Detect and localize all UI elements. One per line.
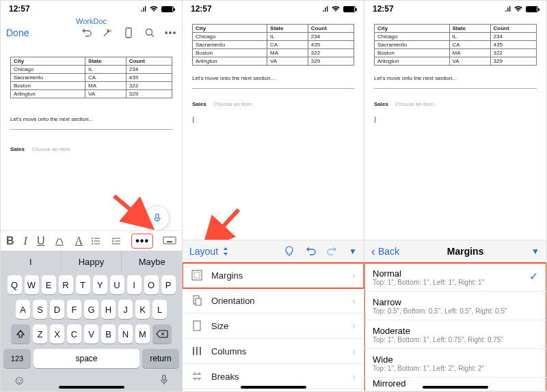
col-city[interactable]: City [11, 57, 85, 66]
emoji-key[interactable]: ☺ [13, 374, 25, 388]
key[interactable]: D [50, 300, 64, 319]
redo-button[interactable] [327, 247, 338, 256]
sales-line[interactable]: Sales Choose an item. [374, 101, 537, 107]
dictation-button[interactable] [145, 206, 170, 230]
undo-button[interactable] [305, 247, 316, 256]
paragraph-text[interactable]: Let's move onto the next section... [374, 75, 537, 81]
key[interactable]: Y [93, 275, 107, 294]
key[interactable]: X [50, 324, 64, 344]
chevron-right-icon: › [352, 346, 356, 356]
key[interactable]: Z [33, 324, 47, 344]
undo-icon [305, 247, 316, 256]
key[interactable]: L [152, 300, 167, 319]
paragraph-text[interactable]: Let's move onto the next section... [192, 75, 354, 81]
svg-point-1 [146, 29, 152, 35]
key[interactable]: O [144, 275, 159, 294]
layout-item-columns[interactable]: Columns › [183, 339, 364, 364]
suggestion[interactable]: Happy [62, 251, 122, 272]
document-title[interactable]: WorkDoc [6, 17, 176, 25]
key[interactable]: W [25, 275, 39, 294]
margin-option-normal[interactable]: Normal Top: 1", Bottom: 1", Left: 1", Ri… [364, 263, 546, 292]
highlight-button[interactable] [54, 236, 65, 246]
key[interactable]: S [33, 300, 47, 319]
key[interactable]: N [118, 324, 133, 344]
chevron-right-icon: › [352, 295, 356, 306]
keyboard-toggle-icon[interactable] [163, 236, 176, 246]
key[interactable]: A [16, 300, 30, 319]
sales-placeholder[interactable]: Choose an item. [31, 146, 71, 152]
layout-item-size[interactable]: Size › [183, 313, 364, 339]
shift-key[interactable] [11, 324, 30, 344]
table-row: ChicagoIL234 [11, 66, 172, 74]
sales-line[interactable]: Sales Choose an item. [10, 146, 172, 152]
font-color-button[interactable]: A [75, 235, 83, 247]
margin-option-narrow[interactable]: Narrow Top: 0.5", Bottom: 0.5", Left: 0.… [364, 292, 546, 320]
back-button[interactable]: ‹ Back [371, 244, 399, 259]
key[interactable]: M [135, 324, 150, 344]
document-canvas[interactable]: City State Count ChicagoIL234 Sacramento… [1, 48, 182, 226]
tell-me-button[interactable] [284, 246, 294, 257]
done-button[interactable]: Done [6, 27, 29, 38]
suggestion[interactable]: I [1, 251, 62, 272]
status-time: 12:57 [9, 4, 30, 14]
key[interactable]: Q [8, 275, 22, 294]
key[interactable]: I [127, 275, 142, 294]
key[interactable]: R [59, 275, 73, 294]
svg-rect-26 [192, 270, 202, 280]
indent-button[interactable] [111, 236, 122, 246]
key[interactable]: J [118, 300, 133, 319]
numbers-key[interactable]: 123 [3, 349, 31, 368]
space-key[interactable]: space [34, 349, 139, 368]
mobile-view-icon[interactable] [122, 27, 134, 38]
margin-option-moderate[interactable]: Moderate Top: 1", Bottom: 1", Left: 0.75… [364, 320, 546, 349]
sales-line[interactable]: Sales Choose an item. [192, 101, 354, 107]
data-table[interactable]: City State Count ChicagoIL234 Sacramento… [10, 57, 172, 98]
suggestion[interactable]: Maybe [122, 251, 182, 272]
key[interactable]: G [84, 300, 98, 319]
document-canvas[interactable]: CityStateCount ChicagoIL234 SacramentoCA… [183, 16, 364, 238]
lightbulb-icon [284, 246, 294, 257]
dictation-key[interactable] [159, 374, 170, 388]
margin-option-wide[interactable]: Wide Top: 1", Bottom: 1", Left: 2", Righ… [364, 349, 546, 378]
draw-icon[interactable] [101, 27, 113, 38]
key[interactable]: V [84, 324, 98, 344]
data-table[interactable]: CityStateCount ChicagoIL234 SacramentoCA… [374, 24, 537, 66]
bold-button[interactable]: B [6, 235, 14, 247]
backspace-key[interactable] [152, 324, 172, 344]
key[interactable]: P [161, 275, 176, 294]
margin-option-mirrored[interactable]: Mirrored [364, 378, 546, 391]
keyboard[interactable]: I Happy Maybe QWERTYUIOP ASDFGHJKL ZXCVB… [1, 251, 182, 391]
data-table[interactable]: CityStateCount ChicagoIL234 SacramentoCA… [192, 24, 354, 66]
table-header-row: City State Count [11, 57, 172, 66]
layout-item-orientation[interactable]: Orientation › [183, 288, 364, 313]
signal-icon: .ıl [141, 5, 146, 13]
italic-button[interactable]: I [24, 235, 27, 247]
col-count[interactable]: Count [126, 57, 172, 66]
more-formatting-button[interactable]: ••• [131, 234, 153, 249]
layout-item-margins[interactable]: Margins › [183, 263, 364, 288]
collapse-ribbon-button[interactable]: ▼ [349, 247, 357, 256]
collapse-ribbon-button[interactable]: ▼ [531, 247, 539, 256]
key[interactable]: H [101, 300, 116, 319]
key[interactable]: K [135, 300, 150, 319]
key[interactable]: U [110, 275, 124, 294]
key[interactable]: C [67, 324, 81, 344]
layout-tab-button[interactable]: Layout [189, 246, 229, 257]
undo-icon[interactable] [80, 27, 92, 38]
top-toolbar: WorkDoc Done ••• [1, 16, 182, 48]
underline-button[interactable]: U [37, 235, 45, 247]
search-icon[interactable] [144, 27, 155, 38]
document-canvas[interactable]: CityStateCount ChicagoIL234 SacramentoCA… [364, 16, 546, 238]
key[interactable]: T [76, 275, 90, 294]
paragraph-text[interactable]: Let's move onto the next section... [10, 116, 172, 122]
col-state[interactable]: State [85, 57, 126, 66]
signal-icon: .ıl [505, 5, 511, 13]
return-key[interactable]: return [142, 349, 179, 368]
bullet-list-button[interactable] [90, 236, 101, 246]
svg-rect-29 [196, 298, 201, 305]
key[interactable]: E [42, 275, 56, 294]
more-icon[interactable]: ••• [165, 27, 176, 38]
key[interactable]: B [101, 324, 116, 344]
wifi-icon [513, 5, 523, 12]
key[interactable]: F [67, 300, 81, 319]
